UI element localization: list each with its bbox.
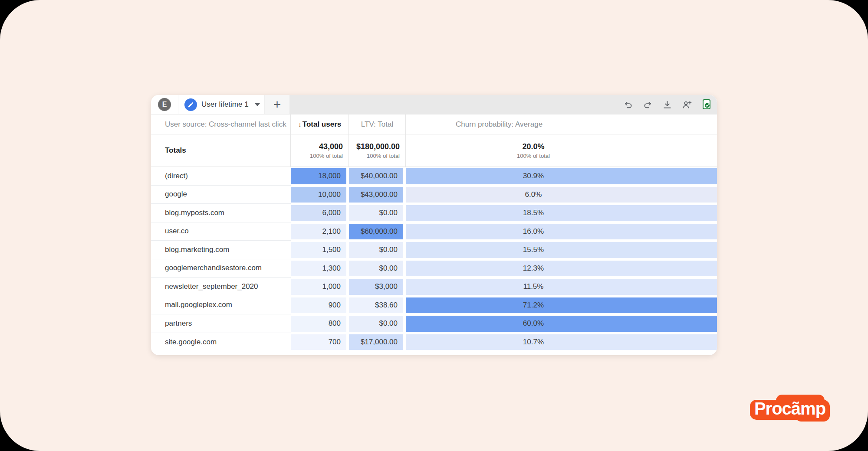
person-add-icon[interactable] xyxy=(681,99,692,110)
users-cell[interactable]: 1,500 xyxy=(291,241,349,259)
header-dimension-label: User source: Cross-channel last click xyxy=(165,120,286,129)
churn-heatmap: 12.3% xyxy=(406,261,717,277)
ltv-cell[interactable]: $3,000 xyxy=(349,278,406,296)
users-cell[interactable]: 1,300 xyxy=(291,259,349,278)
users-value: 18,000 xyxy=(291,172,346,180)
churn-cell[interactable]: 16.0% xyxy=(406,222,717,241)
ltv-cell[interactable]: $38.60 xyxy=(349,296,406,315)
totals-users-value: 43,000 xyxy=(291,141,343,152)
users-cell[interactable]: 2,100 xyxy=(291,222,349,241)
ltv-cell[interactable]: $0.00 xyxy=(349,259,406,278)
churn-cell[interactable]: 30.9% xyxy=(406,167,717,186)
users-value: 1,300 xyxy=(291,264,346,273)
table-row: mall.googleplex.com900$38.6071.2% xyxy=(151,296,717,315)
totals-ltv-subtext: 100% of total xyxy=(349,152,400,160)
totals-users-cell: 43,000 100% of total xyxy=(291,134,349,167)
churn-cell[interactable]: 10.7% xyxy=(406,333,717,352)
ltv-cell[interactable]: $60,000.00 xyxy=(349,222,406,241)
table-row: site.google.com700$17,000.0010.7% xyxy=(151,333,717,352)
tab-strip: E User lifetime 1 + xyxy=(151,95,717,114)
header-total-users[interactable]: ↓ Total users xyxy=(291,114,349,134)
exploration-card: E User lifetime 1 + xyxy=(151,95,717,355)
undo-icon[interactable] xyxy=(623,99,634,110)
dimension-label: google xyxy=(165,190,187,199)
churn-cell[interactable]: 71.2% xyxy=(406,296,717,315)
ltv-value: $43,000.00 xyxy=(349,190,403,199)
tab-user-lifetime[interactable]: User lifetime 1 xyxy=(178,95,265,114)
ltv-value: $0.00 xyxy=(349,209,403,217)
redo-icon[interactable] xyxy=(642,99,653,110)
users-cell[interactable]: 18,000 xyxy=(291,167,349,186)
dimension-label: googlemerchandisestore.com xyxy=(165,264,262,272)
totals-churn-subtext: 100% of total xyxy=(517,152,550,160)
ltv-heatmap: $43,000.00 xyxy=(349,187,403,203)
ltv-value: $0.00 xyxy=(349,264,403,273)
add-tab-button[interactable]: + xyxy=(265,95,289,114)
dimension-cell[interactable]: mall.googleplex.com xyxy=(151,296,291,315)
churn-cell[interactable]: 6.0% xyxy=(406,186,717,204)
users-cell[interactable]: 700 xyxy=(291,333,349,352)
ltv-value: $40,000.00 xyxy=(349,172,403,180)
dimension-cell[interactable]: google xyxy=(151,186,291,204)
table-header-row: User source: Cross-channel last click ↓ … xyxy=(151,114,717,134)
header-churn-label: Churn probability: Average xyxy=(456,120,542,129)
churn-value: 16.0% xyxy=(523,227,544,236)
dimension-label: blog.marketing.com xyxy=(165,245,229,254)
ltv-value: $17,000.00 xyxy=(349,338,403,346)
ltv-cell[interactable]: $17,000.00 xyxy=(349,333,406,352)
ltv-cell[interactable]: $0.00 xyxy=(349,204,406,222)
ltv-value: $38.60 xyxy=(349,301,403,310)
users-cell[interactable]: 800 xyxy=(291,314,349,333)
ltv-cell[interactable]: $40,000.00 xyxy=(349,167,406,186)
dimension-label: newsletter_september_2020 xyxy=(165,282,258,291)
header-churn[interactable]: Churn probability: Average xyxy=(406,114,717,134)
totals-label: Totals xyxy=(151,146,290,155)
dimension-cell[interactable]: (direct) xyxy=(151,167,291,186)
users-cell[interactable]: 10,000 xyxy=(291,186,349,204)
sheets-export-icon[interactable] xyxy=(701,99,712,110)
churn-cell[interactable]: 18.5% xyxy=(406,204,717,222)
ltv-cell[interactable]: $0.00 xyxy=(349,241,406,259)
ltv-cell[interactable]: $43,000.00 xyxy=(349,186,406,204)
header-total-users-label: Total users xyxy=(302,120,341,129)
users-heatmap: 6,000 xyxy=(291,205,346,221)
dimension-cell[interactable]: user.co xyxy=(151,222,291,241)
churn-value: 71.2% xyxy=(523,301,544,310)
dimension-cell[interactable]: googlemerchandisestore.com xyxy=(151,259,291,278)
churn-value: 12.3% xyxy=(523,264,544,273)
users-value: 10,000 xyxy=(291,190,346,199)
users-cell[interactable]: 1,000 xyxy=(291,278,349,296)
totals-churn-cell: 20.0% 100% of total xyxy=(406,134,717,167)
sort-descending-icon: ↓ xyxy=(298,121,302,128)
dimension-cell[interactable]: site.google.com xyxy=(151,333,291,352)
header-ltv[interactable]: LTV: Total xyxy=(349,114,406,134)
totals-ltv-cell: $180,000.00 100% of total xyxy=(349,134,406,167)
ltv-value: $0.00 xyxy=(349,245,403,254)
churn-cell[interactable]: 12.3% xyxy=(406,259,717,278)
totals-users-subtext: 100% of total xyxy=(291,152,343,160)
users-cell[interactable]: 6,000 xyxy=(291,204,349,222)
avatar-letter: E xyxy=(162,101,167,108)
download-icon[interactable] xyxy=(662,99,673,110)
avatar[interactable]: E xyxy=(158,98,171,111)
users-cell[interactable]: 900 xyxy=(291,296,349,315)
dimension-cell[interactable]: newsletter_september_2020 xyxy=(151,278,291,296)
users-heatmap: 18,000 xyxy=(291,168,346,184)
chevron-down-icon[interactable] xyxy=(255,103,260,106)
churn-cell[interactable]: 60.0% xyxy=(406,314,717,333)
dimension-cell[interactable]: partners xyxy=(151,314,291,333)
ltv-cell[interactable]: $0.00 xyxy=(349,314,406,333)
churn-cell[interactable]: 15.5% xyxy=(406,241,717,259)
header-dimension[interactable]: User source: Cross-channel last click xyxy=(151,114,291,134)
churn-cell[interactable]: 11.5% xyxy=(406,278,717,296)
toolbar xyxy=(289,95,717,114)
users-heatmap: 800 xyxy=(291,316,346,332)
churn-value: 30.9% xyxy=(523,172,544,180)
users-value: 1,500 xyxy=(291,245,346,254)
users-heatmap: 1,500 xyxy=(291,242,346,258)
dimension-cell[interactable]: blog.myposts.com xyxy=(151,204,291,222)
dimension-label: (direct) xyxy=(165,172,188,180)
table-row: blog.myposts.com6,000$0.0018.5% xyxy=(151,204,717,222)
dimension-cell[interactable]: blog.marketing.com xyxy=(151,241,291,259)
dimension-label: mall.googleplex.com xyxy=(165,301,232,309)
